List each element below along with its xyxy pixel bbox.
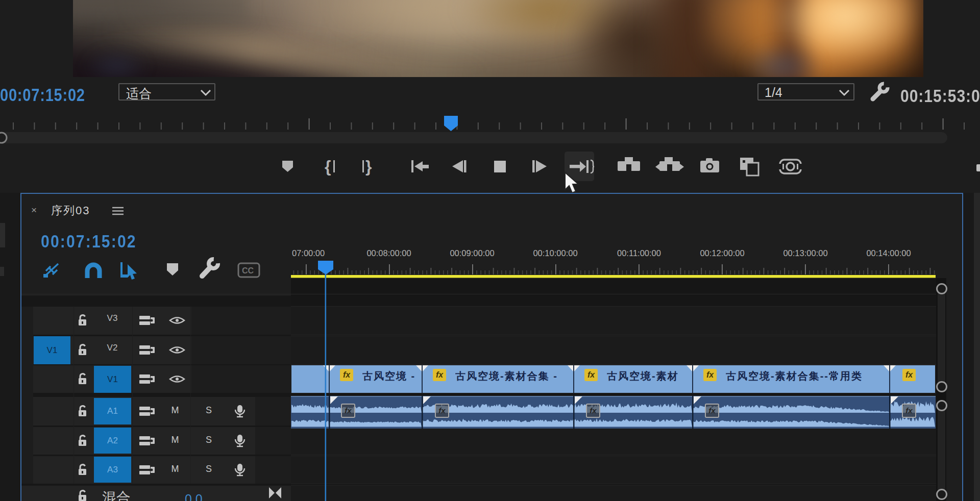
svg-text:00:08:00:00: 00:08:00:00 — [366, 248, 411, 258]
svg-text:07:00:00: 07:00:00 — [292, 248, 325, 258]
svg-text:00:13:00:00: 00:13:00:00 — [783, 248, 827, 258]
svg-text:00:12:00:00: 00:12:00:00 — [700, 248, 744, 258]
svg-text:00:09:00:00: 00:09:00:00 — [450, 248, 494, 258]
svg-text:00:11:00:00: 00:11:00:00 — [617, 248, 661, 258]
svg-text:00:14:00:00: 00:14:00:00 — [866, 248, 911, 258]
svg-text:CC: CC — [242, 266, 254, 275]
svg-text:00:10:00:00: 00:10:00:00 — [533, 248, 577, 258]
